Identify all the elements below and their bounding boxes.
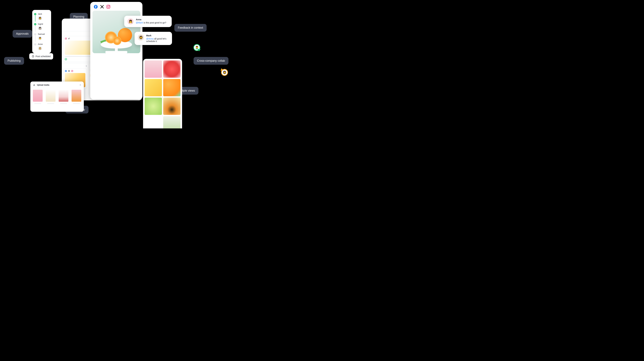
tiktok-icon: [68, 38, 70, 40]
canvas: Approvals Publishing Planning Media libr…: [0, 0, 229, 128]
comment-text: @Mark is this post good to go?: [136, 22, 166, 24]
progress-bar: [60, 103, 67, 104]
upload-thumb[interactable]: [72, 90, 81, 104]
mention[interactable]: @Anna: [146, 38, 154, 40]
close-icon[interactable]: ✕: [80, 84, 81, 86]
thumb-image: [33, 90, 42, 102]
check-icon: [34, 13, 36, 15]
avatar: 👧: [127, 18, 134, 25]
approval-name: Ingrid: [38, 23, 43, 25]
comment-author: Anna: [136, 18, 166, 21]
cakestand-decoration: [105, 51, 127, 53]
orange-decoration: [113, 37, 122, 45]
upload-thumb[interactable]: [59, 90, 68, 104]
comment-bubble[interactable]: 👧 Anna @Mark is this post good to go?: [124, 16, 172, 27]
comment-author: Mark: [146, 34, 169, 37]
approval-item[interactable]: Jack 👩: [34, 13, 49, 22]
avatar: 👨‍🦱: [195, 46, 199, 50]
clock-icon: [32, 55, 34, 58]
upload-title: Upload media: [37, 84, 78, 86]
feedback-label: Feedback in context: [174, 24, 206, 32]
post-scheduled-chip: Post scheduled: [29, 53, 53, 60]
approval-item[interactable]: Ingrid 👩🏻: [34, 23, 49, 32]
presence-cursor: 👨‍🦱: [194, 44, 200, 51]
cross-company-label: Cross-company collab: [194, 57, 228, 65]
approvals-card: Jack 👩 Ingrid 👩🏻 Samuel �: [32, 10, 51, 53]
pending-dot-icon: [34, 43, 36, 46]
instagram-icon: [65, 38, 67, 40]
approved-status-icon: [65, 58, 67, 60]
x-icon: [68, 70, 70, 72]
presence-cursor: 🧔: [221, 69, 228, 76]
comment-text: @Anna all good let's schedule it.: [146, 38, 169, 43]
thumb-image: [72, 90, 81, 102]
day-number: 9: [86, 65, 87, 67]
thumb-image: [46, 90, 56, 102]
avatar: 👨: [38, 36, 42, 40]
svg-point-6: [72, 71, 73, 72]
facebook-icon: [65, 70, 67, 72]
x-icon[interactable]: [100, 5, 104, 9]
gallery-tile[interactable]: [163, 79, 180, 96]
publishing-label: Publishing: [4, 57, 24, 65]
facebook-icon[interactable]: [94, 5, 98, 9]
approval-item[interactable]: Samuel 👨: [34, 33, 49, 42]
upload-icon: [33, 84, 36, 86]
approval-name: Anne: [38, 43, 42, 45]
mention[interactable]: @Mark: [136, 22, 143, 24]
connector-line: [35, 26, 36, 32]
avatar: 🧔: [138, 34, 144, 41]
upload-media-card: Upload media ✕: [30, 82, 84, 112]
svg-point-2: [66, 38, 66, 39]
gallery-tile[interactable]: [145, 79, 162, 96]
gallery-tile[interactable]: [163, 61, 180, 78]
approvals-label: Approvals: [12, 30, 32, 38]
thumb-image: [59, 90, 68, 102]
upload-thumb[interactable]: [46, 90, 56, 104]
gallery-grid: [143, 59, 182, 128]
progress-bar: [73, 103, 80, 104]
gallery-tile[interactable]: [163, 98, 180, 115]
avatar: 🧔: [223, 71, 226, 74]
avatar: 👩: [38, 16, 42, 20]
approval-name: Samuel: [38, 33, 45, 35]
pending-dot-icon: [34, 33, 36, 36]
progress-bar: [34, 103, 41, 104]
cursor-icon: [198, 49, 200, 51]
comment-bubble[interactable]: 🧔 Mark @Anna all good let's schedule it.: [134, 32, 172, 45]
svg-point-14: [108, 6, 109, 8]
instagram-icon[interactable]: [106, 5, 110, 9]
approval-item[interactable]: Anne 👩🏼: [34, 43, 49, 50]
gallery-tile[interactable]: [145, 61, 162, 78]
svg-point-15: [109, 6, 110, 6]
gallery-tile[interactable]: [145, 98, 162, 115]
connector-line: [35, 36, 36, 42]
check-icon: [34, 23, 36, 25]
upload-thumb[interactable]: [33, 90, 42, 104]
instagram-icon: [71, 70, 73, 72]
approval-name: Jack: [38, 13, 42, 15]
gallery-tile[interactable]: [163, 116, 180, 128]
avatar: 👩🏻: [38, 26, 42, 30]
avatar: 👩🏼: [38, 46, 42, 50]
progress-bar: [47, 103, 54, 104]
chip-text: Post scheduled: [36, 55, 51, 58]
connector-line: [35, 16, 36, 22]
